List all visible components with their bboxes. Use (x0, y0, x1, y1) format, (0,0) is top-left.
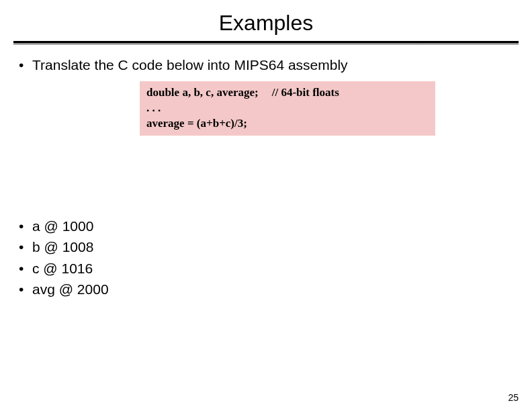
memory-avg-text: avg @ 2000 (32, 281, 109, 297)
code-decl: double a, b, c, average; (146, 86, 259, 99)
memory-item-b: •b @ 1008 (19, 237, 513, 257)
bullet-dot-icon: • (19, 57, 32, 73)
code-line-3: average = (a+b+c)/3; (146, 116, 429, 132)
intro-text: Translate the C code below into MIPS64 a… (32, 57, 348, 73)
memory-a-text: a @ 1000 (32, 218, 93, 234)
title-divider (13, 41, 519, 45)
code-line-2: . . . (146, 101, 429, 116)
memory-item-c: •c @ 1016 (19, 259, 513, 278)
page-number: 25 (508, 392, 519, 403)
code-comment: // 64-bit floats (272, 86, 339, 99)
memory-item-avg: •avg @ 2000 (19, 279, 513, 299)
intro-bullet: •Translate the C code below into MIPS64 … (19, 57, 513, 73)
code-block: double a, b, c, average;// 64-bit floats… (140, 81, 435, 136)
code-line-1: double a, b, c, average;// 64-bit floats (146, 85, 429, 101)
memory-item-a: •a @ 1000 (19, 216, 513, 236)
bullet-dot-icon: • (19, 279, 32, 299)
slide-title: Examples (0, 11, 532, 36)
memory-c-text: c @ 1016 (32, 261, 93, 276)
bullet-dot-icon: • (19, 259, 32, 278)
bullet-dot-icon: • (19, 216, 32, 236)
slide-content: •Translate the C code below into MIPS64 … (0, 57, 532, 299)
bullet-dot-icon: • (19, 237, 32, 257)
memory-list: •a @ 1000 •b @ 1008 •c @ 1016 •avg @ 200… (19, 216, 513, 300)
memory-b-text: b @ 1008 (32, 239, 93, 255)
